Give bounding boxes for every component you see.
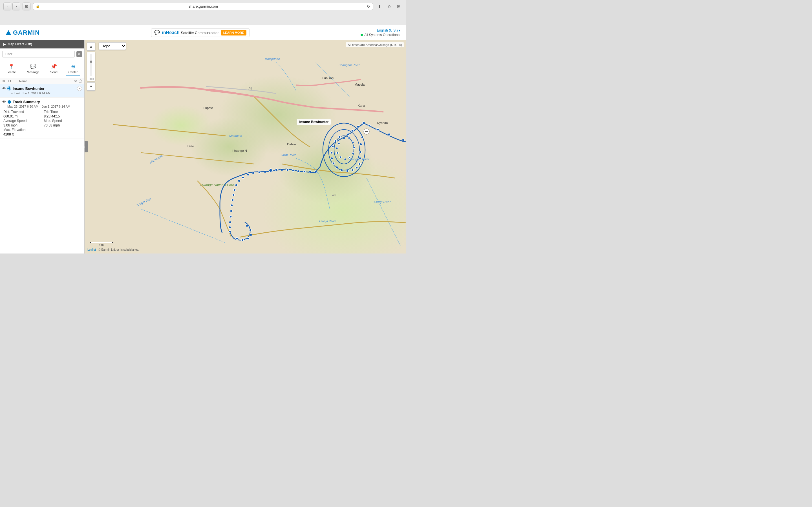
svg-point-61 bbox=[241, 239, 244, 241]
max-speed-label: Max. Speed bbox=[44, 119, 82, 123]
svg-point-37 bbox=[303, 170, 306, 173]
inreach-text-block: inReach Satellite Communicator bbox=[162, 30, 219, 35]
svg-point-71 bbox=[269, 169, 272, 172]
zoom-slider[interactable]: Topo bbox=[87, 52, 95, 81]
svg-point-6 bbox=[347, 133, 349, 135]
svg-point-48 bbox=[242, 176, 244, 179]
svg-point-51 bbox=[234, 189, 236, 191]
svg-point-30 bbox=[344, 158, 346, 160]
svg-point-69 bbox=[402, 139, 404, 141]
svg-point-5 bbox=[351, 129, 354, 132]
nav-forward-button[interactable]: › bbox=[12, 3, 20, 10]
svg-point-32 bbox=[337, 152, 339, 154]
center-action[interactable]: ⊕ Center bbox=[66, 62, 80, 75]
send-label: Send bbox=[50, 70, 57, 74]
device-collapse-button[interactable]: − bbox=[77, 86, 82, 91]
svg-point-28 bbox=[352, 152, 354, 154]
svg-point-3 bbox=[362, 122, 365, 124]
learn-more-button[interactable]: LEARN MORE bbox=[221, 30, 246, 36]
locate-label: Locate bbox=[6, 70, 16, 74]
message-label: Message bbox=[27, 70, 40, 74]
track-section: 👁 Track Summary May 23, 2017 6:30 AM – J… bbox=[0, 98, 84, 139]
language-selector[interactable]: English (U.S.) ▾ bbox=[377, 29, 400, 33]
track-visibility-toggle[interactable]: 👁 bbox=[2, 100, 6, 104]
svg-point-60 bbox=[236, 237, 238, 240]
sidebar-toggle-button[interactable]: ⊞ bbox=[22, 3, 31, 10]
header-icons: ⚙ ◯ bbox=[74, 79, 82, 83]
svg-point-11 bbox=[359, 151, 361, 153]
map-attribution: Leaflet | © Garmin Ltd. or its subsidiar… bbox=[87, 248, 139, 251]
share-button[interactable]: ⎋ bbox=[385, 3, 393, 10]
circle-icon: ◯ bbox=[79, 79, 82, 83]
device-visibility-toggle[interactable]: 👁 bbox=[2, 87, 6, 91]
new-tab-button[interactable]: ⊞ bbox=[395, 3, 403, 10]
filter-clear-button[interactable]: ✕ bbox=[77, 51, 82, 57]
device-last-seen: ▾ Last: Jun 1, 2017 6:14 AM bbox=[2, 91, 82, 96]
svg-point-39 bbox=[292, 169, 294, 172]
download-button[interactable]: ⬇ bbox=[375, 3, 384, 10]
svg-point-24 bbox=[338, 136, 341, 138]
track-date: May 23, 2017 6:30 AM – Jun 1, 2017 6:14 … bbox=[7, 105, 82, 108]
browser-chrome: ‹ › ⊞ 🔒 share.garmin.com ↻ ⬇ ⎋ ⊞ bbox=[0, 0, 406, 25]
system-status-text: All Systems Operational bbox=[364, 33, 400, 37]
svg-point-4 bbox=[357, 126, 359, 128]
svg-point-62 bbox=[247, 237, 249, 240]
svg-point-16 bbox=[346, 170, 349, 172]
inreach-banner: 💬 inReach Satellite Communicator LEARN M… bbox=[151, 29, 250, 37]
send-action[interactable]: 📌 Send bbox=[48, 62, 60, 75]
sidebar-collapse-button[interactable]: ‹ bbox=[85, 141, 88, 152]
svg-point-56 bbox=[230, 216, 232, 218]
svg-point-36 bbox=[309, 171, 311, 173]
inreach-label: inReach bbox=[162, 30, 180, 35]
device-row-main: 👁 Insane Bowhunter − bbox=[2, 86, 82, 91]
svg-point-67 bbox=[377, 128, 379, 131]
map-area[interactable]: ▲ Topo ▼ TopoSatelliteStreet All times a… bbox=[85, 40, 406, 253]
svg-point-38 bbox=[297, 170, 299, 172]
svg-point-14 bbox=[356, 166, 358, 169]
garmin-triangle-icon bbox=[6, 30, 11, 35]
svg-point-41 bbox=[281, 169, 283, 171]
svg-point-25 bbox=[348, 137, 350, 139]
filter-input[interactable] bbox=[2, 51, 75, 57]
svg-point-58 bbox=[229, 226, 231, 228]
main-layout: ▶ Map Filters (Off) ✕ 📍 Locate 💬 Message… bbox=[0, 40, 406, 253]
track-name: Track Summary bbox=[13, 100, 40, 104]
id-column-header: ID bbox=[8, 79, 19, 83]
table-header: 👁 ID Name ⚙ ◯ bbox=[0, 78, 84, 84]
center-icon: ⊕ bbox=[71, 63, 75, 69]
svg-point-29 bbox=[349, 157, 351, 159]
inreach-sub: Satellite Communicator bbox=[181, 31, 218, 35]
svg-point-18 bbox=[336, 166, 338, 168]
attribution-text: | © Garmin Ltd. or its subsidiaries. bbox=[97, 248, 139, 251]
svg-point-33 bbox=[336, 147, 338, 149]
leaflet-link[interactable]: Leaflet bbox=[87, 248, 96, 251]
send-icon: 📌 bbox=[51, 63, 57, 69]
svg-point-49 bbox=[238, 180, 240, 182]
nav-back-button[interactable]: ‹ bbox=[3, 3, 11, 10]
svg-point-31 bbox=[340, 156, 342, 158]
map-type-dropdown[interactable]: TopoSatelliteStreet bbox=[99, 42, 126, 50]
url-text: share.garmin.com bbox=[42, 4, 365, 8]
svg-point-26 bbox=[352, 142, 354, 144]
lock-icon: 🔒 bbox=[36, 4, 40, 8]
map-timestamp: All times are America/Chicago (UTC -5) bbox=[346, 42, 404, 47]
map-svg-overlay bbox=[85, 40, 406, 253]
message-action[interactable]: 💬 Message bbox=[24, 62, 42, 75]
reload-button[interactable]: ↻ bbox=[367, 4, 370, 9]
locate-action[interactable]: 📍 Locate bbox=[4, 62, 18, 75]
sidebar-actions: 📍 Locate 💬 Message 📌 Send ⊕ Center bbox=[0, 60, 84, 78]
map-filters-toggle[interactable]: ▶ Map Filters (Off) bbox=[0, 40, 84, 48]
track-dot-icon bbox=[8, 100, 11, 104]
svg-point-15 bbox=[351, 169, 354, 171]
garmin-logo: GARMIN bbox=[6, 29, 40, 36]
locate-icon: 📍 bbox=[8, 63, 14, 69]
svg-point-68 bbox=[388, 133, 390, 135]
dist-value: 660.01 mi bbox=[3, 114, 42, 118]
system-status: All Systems Operational bbox=[361, 33, 400, 37]
svg-point-66 bbox=[368, 124, 370, 127]
map-down-button[interactable]: ▼ bbox=[87, 82, 95, 91]
header-right: English (U.S.) ▾ All Systems Operational bbox=[361, 29, 400, 37]
map-up-button[interactable]: ▲ bbox=[87, 42, 95, 51]
device-dot-icon bbox=[8, 87, 11, 90]
svg-point-44 bbox=[264, 171, 266, 173]
